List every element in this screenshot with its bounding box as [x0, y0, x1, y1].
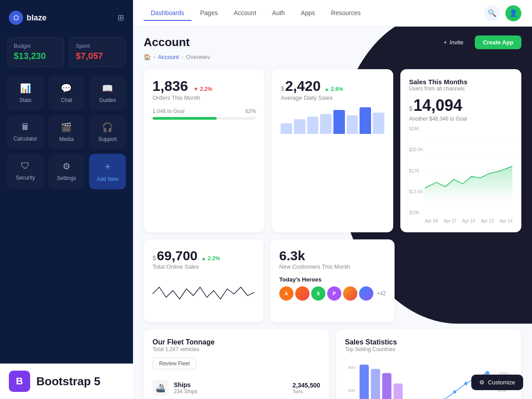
online-sales-prefix: $	[153, 254, 156, 262]
calculator-icon: 🖩	[21, 122, 30, 132]
chat-label: Chat	[61, 97, 72, 103]
fleet-sub: Total 1,247 vehicles	[153, 346, 320, 352]
invite-icon: +	[443, 39, 447, 46]
sidebar-item-add-new[interactable]: + Add New	[89, 154, 126, 189]
sales-big-number: 14,094	[413, 96, 462, 115]
fleet-section: Our Fleet Tonnage Total 1,247 vehicles R…	[144, 329, 329, 399]
support-label: Support	[98, 136, 117, 142]
topnav-resources[interactable]: Resources	[324, 6, 368, 21]
customize-icon: ⚙	[479, 379, 485, 386]
stats-label: Stats	[20, 97, 31, 103]
logo-icon: ⬡	[9, 11, 23, 25]
sidebar: ⬡ blaze ⊞ Budget $13,230 Spent $7,057 📊 …	[0, 0, 133, 399]
svg-rect-13	[394, 383, 403, 399]
sales-month-sub: Users from all channels	[409, 86, 512, 92]
bar-8	[373, 113, 384, 134]
line-chart: $24K $20.5K $17K $13.5K $10K	[409, 126, 512, 223]
chart-x-labels: Apr 04 Apr 07 Apr 10 Apr 13 Apr 16	[425, 219, 512, 223]
create-app-button[interactable]: Create App	[475, 35, 521, 49]
media-icon: 🎬	[61, 122, 72, 133]
main-content: Dashboards Pages Account Auth Apps Resou…	[133, 0, 532, 399]
page-header: Account + Invite Create App	[144, 35, 521, 49]
daily-sales-number: 2,420	[285, 78, 321, 94]
security-icon: 🛡	[21, 161, 30, 171]
sidebar-item-stats[interactable]: 📊 Stats	[7, 76, 44, 110]
sidebar-item-guides[interactable]: 📖 Guides	[89, 76, 126, 110]
header-actions: + Invite Create App	[436, 35, 521, 49]
topnav-right: 🔍 👤	[484, 5, 521, 21]
progress-bar-bg	[153, 117, 256, 120]
svg-rect-12	[382, 373, 391, 399]
search-button[interactable]: 🔍	[484, 5, 500, 21]
customize-button[interactable]: ⚙ Customize	[471, 375, 523, 390]
orders-change: ▼ 2.2%	[193, 86, 212, 92]
sidebar-item-media[interactable]: 🎬 Media	[48, 115, 85, 149]
review-fleet-button[interactable]: Review Fleet	[153, 358, 196, 369]
topnav-pages[interactable]: Pages	[193, 6, 225, 21]
x-apr13: Apr 13	[481, 219, 493, 223]
sidebar-item-security[interactable]: 🛡 Security	[7, 154, 44, 189]
breadcrumb-overview: Overwiev	[186, 54, 210, 60]
topnav-account[interactable]: Account	[227, 6, 263, 21]
chart-area: Apr 04 Apr 07 Apr 10 Apr 13 Apr 16	[425, 126, 512, 223]
y-17k: $17K	[409, 168, 423, 173]
spent-label: Spent	[76, 43, 119, 49]
settings-icon: ⚙	[63, 161, 70, 172]
hero-avatar-6	[359, 286, 373, 301]
progress-bar-fill	[153, 117, 217, 120]
x-apr04: Apr 04	[425, 219, 438, 223]
settings-label: Settings	[57, 175, 76, 181]
support-icon: 🎧	[102, 122, 113, 133]
sales-big-row: $ 14,094	[409, 96, 512, 115]
spent-value: $7,057	[76, 51, 119, 61]
daily-sales-change: ▲ 2.6%	[324, 86, 343, 92]
sidebar-item-settings[interactable]: ⚙ Settings	[48, 154, 85, 189]
sidebar-item-support[interactable]: 🎧 Support	[89, 115, 126, 149]
sales-month-title: Sales This Months	[409, 78, 512, 86]
sales-stats-title: Sales Statistics	[345, 338, 512, 346]
chart-y-labels: $24K $20.5K $17K $13.5K $10K	[409, 126, 423, 215]
breadcrumb-account[interactable]: Account	[158, 54, 179, 60]
orders-number-row: 1,836 ▼ 2.2%	[153, 78, 256, 94]
x-apr10: Apr 10	[462, 219, 475, 223]
sidebar-item-chat[interactable]: 💬 Chat	[48, 76, 85, 110]
topnav-auth[interactable]: Auth	[265, 6, 292, 21]
svg-rect-11	[371, 369, 380, 399]
budget-row: Budget $13,230 Spent $7,057	[7, 37, 126, 67]
goal-label: 1,048 to Goal	[153, 108, 184, 114]
user-avatar[interactable]: 👤	[505, 5, 521, 21]
orders-number: 1,836	[153, 78, 188, 94]
bar-3	[307, 117, 319, 134]
bootstrap-icon: B	[9, 371, 30, 392]
chart-layout: $24K $20.5K $17K $13.5K $10K	[409, 126, 512, 223]
ships-value: 2,345,500	[293, 382, 320, 389]
x-apr16: Apr 16	[499, 219, 512, 223]
topnav-apps[interactable]: Apps	[294, 6, 322, 21]
orders-label: Orders This Month	[153, 94, 256, 101]
bar-1	[281, 123, 292, 134]
breadcrumb: 🏠 › Account › Overwiev	[144, 54, 521, 60]
heroes-avatars: A S P +42	[279, 286, 386, 301]
guides-label: Guides	[99, 97, 116, 103]
sidebar-menu-icon[interactable]: ⊞	[117, 13, 124, 23]
fleet-row-ships-left: 🚢 Ships 234 Ships	[153, 380, 197, 396]
stats-icon: 📊	[20, 83, 31, 94]
daily-sales-chart	[281, 107, 384, 134]
hero-avatar-4: P	[327, 286, 341, 301]
guides-icon: 📖	[102, 83, 113, 94]
progress-label: 1,048 to Goal 62%	[153, 108, 256, 114]
svg-text:600: 600	[348, 388, 356, 393]
bar-2	[294, 119, 305, 134]
topnav-dashboards[interactable]: Dashboards	[144, 6, 192, 21]
invite-button[interactable]: + Invite	[436, 35, 470, 49]
y-10k: $10K	[409, 210, 423, 215]
daily-sales-label: Average Daily Sales	[281, 94, 384, 101]
y-24k: $24K	[409, 126, 423, 131]
calculator-label: Calculator	[13, 136, 37, 142]
sidebar-item-calculator[interactable]: 🖩 Calculator	[7, 115, 44, 149]
hero-avatar-1: A	[279, 286, 293, 301]
breadcrumb-home-icon[interactable]: 🏠	[144, 54, 151, 60]
bar-5	[333, 110, 345, 134]
wavy-chart	[153, 276, 254, 313]
sidebar-header: ⬡ blaze ⊞	[7, 7, 126, 28]
